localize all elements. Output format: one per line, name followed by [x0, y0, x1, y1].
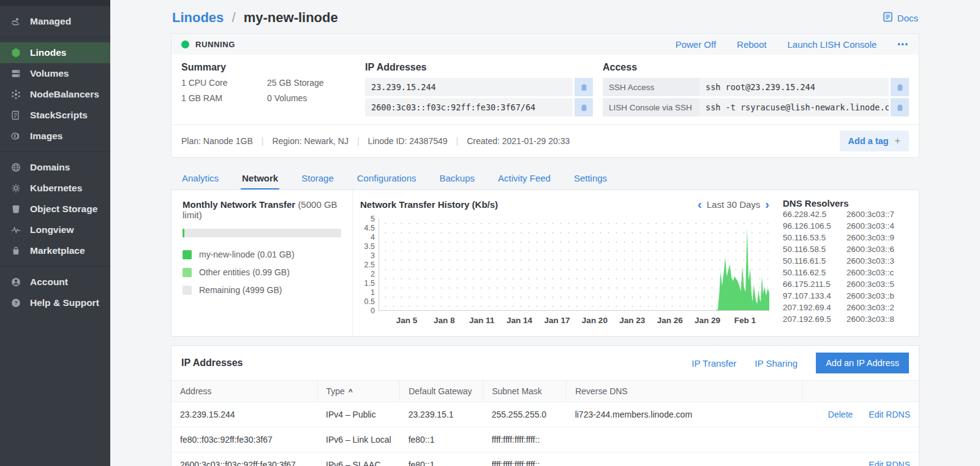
- monthly-transfer-section: Monthly Network Transfer (5000 GB limit)…: [172, 190, 353, 336]
- legend-swatch: [183, 268, 192, 277]
- sidebar-item-marketplace[interactable]: Marketplace: [0, 240, 110, 261]
- sidebar-item-longview[interactable]: Longview: [0, 220, 110, 240]
- longview-icon: [9, 224, 23, 236]
- dns-resolvers-title: DNS Resolvers: [783, 198, 910, 208]
- edit-rdns-link[interactable]: Edit RDNS: [869, 410, 910, 419]
- sidebar-item-stackscripts[interactable]: StackScripts: [0, 105, 110, 126]
- chart-plot-area: [379, 219, 769, 311]
- column-header-subnet-mask: Subnet Mask: [483, 381, 567, 402]
- network-transfer-chart: 00.511.522.533.544.55 Jan 5Jan 8Jan 11Ja…: [360, 216, 769, 327]
- copy-ssh-button[interactable]: [891, 78, 909, 96]
- chevron-right-icon[interactable]: ›: [765, 198, 769, 210]
- edit-rdns-link[interactable]: Edit RDNS: [869, 460, 910, 466]
- cell-address: fe80::f03c:92ff:fe30:3f67: [172, 427, 317, 453]
- tab-backups[interactable]: Backups: [439, 167, 477, 189]
- ip-table-title: IP Addresses: [181, 357, 243, 369]
- tab-analytics[interactable]: Analytics: [181, 167, 220, 189]
- dns-resolver-address: 2600:3c03::3: [846, 255, 910, 267]
- x-tick-label: Jan 29: [695, 316, 720, 325]
- reboot-button[interactable]: Reboot: [737, 39, 766, 50]
- cell-subnet: ffff:ffff:ffff:ffff::: [483, 453, 567, 466]
- stackscripts-icon: [9, 109, 23, 121]
- legend-swatch: [183, 250, 192, 259]
- meta-item-1: Region: Newark, NJ: [272, 136, 349, 146]
- sidebar-nav: ManagedLinodesVolumesNodeBalancersStackS…: [0, 6, 110, 318]
- cell-actions: [802, 427, 919, 453]
- transfer-legend: my-new-linode (0.01 GB)Other entities (0…: [183, 250, 341, 295]
- dns-resolver-row: 50.116.62.52600:3c03::c: [783, 267, 910, 278]
- meta-item-3: Created: 2021-01-29 20:33: [467, 136, 570, 146]
- cell-address: 23.239.15.244: [172, 402, 317, 427]
- managed-icon: [9, 15, 23, 28]
- table-row: 2600:3c03::f03c:92ff:fe30:3f67IPv6 – SLA…: [172, 453, 919, 466]
- cell-rdns: [567, 427, 802, 453]
- ip-transfer-link[interactable]: IP Transfer: [692, 358, 736, 369]
- sidebar-item-label: NodeBalancers: [30, 89, 99, 100]
- add-ip-address-button[interactable]: Add an IP Address: [816, 353, 909, 373]
- y-tick-label: 2: [371, 270, 375, 278]
- summary-title: Summary: [181, 62, 365, 73]
- column-header-type[interactable]: Type^: [317, 381, 400, 402]
- dns-resolver-address: 66.175.211.5: [783, 278, 846, 290]
- chevron-left-icon[interactable]: ‹: [698, 198, 702, 210]
- sidebar-item-domains[interactable]: Domains: [0, 157, 110, 178]
- sidebar-item-account[interactable]: Account: [0, 272, 110, 292]
- chart-y-axis: 00.511.522.533.544.55: [360, 219, 379, 311]
- launch-lish-console-button[interactable]: Launch LISH Console: [787, 39, 876, 50]
- tab-bar: AnalyticsNetworkStorageConfigurationsBac…: [181, 167, 919, 189]
- transfer-used-segment: [183, 229, 184, 237]
- tab-settings[interactable]: Settings: [573, 167, 608, 189]
- tab-configurations[interactable]: Configurations: [356, 167, 418, 189]
- table-row: 23.239.15.244IPv4 – Public23.239.15.1255…: [172, 402, 919, 427]
- tab-storage[interactable]: Storage: [300, 167, 335, 189]
- y-tick-label: 4: [371, 233, 375, 242]
- dns-resolver-address: 2600:3c03::7: [846, 208, 910, 220]
- sidebar-item-label: Account: [30, 277, 68, 288]
- tab-activity-feed[interactable]: Activity Feed: [497, 167, 552, 189]
- y-tick-label: 0.5: [364, 297, 375, 306]
- y-tick-label: 4.5: [364, 224, 375, 232]
- delete-link[interactable]: Delete: [828, 410, 853, 419]
- transfer-title: Monthly Network Transfer: [183, 199, 295, 210]
- tab-network[interactable]: Network: [241, 167, 279, 189]
- x-tick-label: Jan 23: [619, 316, 645, 325]
- ipv6-address: 2600:3c03::f03c:92ff:fe30:3f67/64: [365, 98, 573, 116]
- ip-sharing-link[interactable]: IP Sharing: [755, 358, 797, 369]
- breadcrumb: Linodes / my-new-linode: [172, 10, 338, 26]
- ssh-access-label: SSH Access: [603, 78, 699, 96]
- copy-lish-button[interactable]: [891, 98, 909, 116]
- dns-resolver-row: 50.116.53.52600:3c03::9: [783, 232, 910, 243]
- spec-cpu: 1 CPU Core: [181, 78, 267, 88]
- dns-resolver-address: 96.126.106.5: [783, 220, 846, 232]
- add-tag-button[interactable]: Add a tag +: [840, 131, 909, 151]
- sidebar-item-help-support[interactable]: ?Help & Support: [0, 292, 110, 313]
- ip-addresses-section: IP Addresses 23.239.15.244 2600:3c03::f0…: [365, 62, 593, 118]
- sidebar-item-linodes[interactable]: Linodes: [0, 42, 110, 63]
- sidebar-item-nodebalancers[interactable]: NodeBalancers: [0, 84, 110, 105]
- sidebar-section: Managed: [0, 6, 110, 37]
- breadcrumb-linodes-link[interactable]: Linodes: [172, 10, 224, 25]
- cell-rdns: [567, 453, 802, 466]
- column-header-reverse-dns: Reverse DNS: [567, 381, 802, 402]
- sidebar-item-images[interactable]: Images: [0, 126, 110, 147]
- y-tick-label: 5: [371, 215, 375, 223]
- copy-ipv4-button[interactable]: [575, 78, 593, 96]
- sidebar-item-volumes[interactable]: Volumes: [0, 63, 110, 84]
- sidebar-item-object-storage[interactable]: Object Storage: [0, 199, 110, 220]
- sidebar-item-label: Marketplace: [30, 245, 85, 256]
- meta-divider: |: [262, 136, 264, 146]
- ip-addresses-title: IP Addresses: [365, 62, 593, 73]
- x-tick-label: Jan 11: [469, 316, 494, 325]
- sidebar-section: LinodesVolumesNodeBalancersStackScriptsI…: [0, 37, 110, 152]
- dns-resolver-address: 50.116.62.5: [783, 267, 846, 278]
- sidebar-item-managed[interactable]: Managed: [0, 11, 110, 32]
- power-off-button[interactable]: Power Off: [676, 39, 716, 50]
- cell-type: IPv4 – Public: [317, 402, 400, 427]
- cell-type: IPv6 – Link Local: [317, 427, 400, 453]
- sidebar-item-kubernetes[interactable]: Kubernetes: [0, 178, 110, 199]
- more-actions-button[interactable]: •••: [897, 40, 909, 48]
- copy-ipv6-button[interactable]: [575, 98, 593, 116]
- x-tick-label: Jan 20: [582, 316, 608, 325]
- transfer-history-section: Network Transfer History (Kb/s) ‹ Last 3…: [353, 190, 779, 336]
- docs-link[interactable]: Docs: [882, 11, 918, 25]
